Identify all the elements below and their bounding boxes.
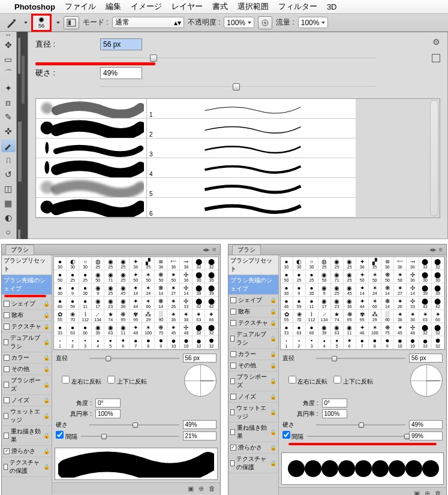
swatch[interactable]: ●25 <box>293 270 306 283</box>
swatch[interactable]: ✢33 <box>180 297 193 310</box>
swatch[interactable]: ⟋134 <box>92 310 104 323</box>
swatch[interactable]: ●30 <box>79 283 92 297</box>
swatch[interactable]: ●5 <box>331 336 344 349</box>
blur-tool[interactable]: ◐ <box>1 211 16 224</box>
swatch[interactable]: ⬤32 <box>419 323 432 336</box>
diameter-input[interactable] <box>409 354 443 363</box>
swatch[interactable]: ●50 <box>54 270 67 283</box>
swatch[interactable]: ⬤30 <box>432 270 444 283</box>
swatch[interactable]: ≋36 <box>155 257 167 270</box>
swatch[interactable]: ◍25 <box>318 257 331 270</box>
side-item-10[interactable]: ✓滑らかさ🔒 <box>2 446 52 457</box>
swatch[interactable]: ●1 <box>281 336 293 349</box>
swatch[interactable]: ○30 <box>306 257 318 270</box>
new-icon[interactable]: ⊕ <box>425 490 430 495</box>
trash-icon[interactable]: 🗑 <box>435 490 441 495</box>
preview-toggle-icon[interactable]: ▣ <box>188 485 194 493</box>
swatch[interactable]: ⬤42 <box>419 297 432 310</box>
hardness-slider[interactable] <box>100 83 376 91</box>
swatch[interactable]: ✶50 <box>369 270 381 283</box>
swatch[interactable]: ░90 <box>155 310 167 323</box>
swatch[interactable]: ●32 <box>193 336 205 349</box>
spacing-checkbox[interactable]: 間隔 <box>282 431 304 441</box>
hardness-input[interactable] <box>409 420 443 429</box>
angle-input[interactable] <box>322 399 347 408</box>
swatch[interactable]: ◉45 <box>344 283 356 297</box>
brush-preset-caret[interactable] <box>56 22 60 24</box>
swatch[interactable]: ◉17 <box>318 297 331 310</box>
diameter-slider[interactable] <box>316 355 406 361</box>
eraser-tool[interactable]: ◫ <box>1 182 16 195</box>
swatch[interactable]: ✦44 <box>356 297 369 310</box>
swatch[interactable]: ✦14 <box>356 283 369 297</box>
side-item-4[interactable]: カラー🔒 <box>2 352 52 364</box>
swatch[interactable]: ◉50 <box>318 270 331 283</box>
swatch[interactable]: ●4 <box>318 336 331 349</box>
brush-stroke-list[interactable]: 1 2 3 4 5 6 <box>35 98 440 218</box>
swatch[interactable]: ●9 <box>155 336 167 349</box>
swatch[interactable]: ◉50 <box>92 270 104 283</box>
swatch[interactable]: ⁕27 <box>167 283 180 297</box>
swatch[interactable]: ●10 <box>407 336 419 349</box>
swatch[interactable]: ◉25 <box>104 257 117 270</box>
swatch[interactable]: ●46 <box>281 297 293 310</box>
dodge-tool[interactable]: ○ <box>1 225 16 239</box>
swatch[interactable]: ⬤30 <box>193 270 205 283</box>
swatch[interactable]: ○30 <box>79 257 92 270</box>
swatch[interactable]: ●59 <box>293 297 306 310</box>
menu-app[interactable]: Photoshop <box>14 2 55 11</box>
swatch[interactable]: ⬤32 <box>432 257 444 270</box>
swatch[interactable]: ●9 <box>67 283 79 297</box>
angle-widget[interactable] <box>184 364 217 397</box>
swatch[interactable]: ●9 <box>381 336 394 349</box>
swatch[interactable]: ●5 <box>104 336 117 349</box>
crop-tool[interactable]: ⧈ <box>1 96 16 109</box>
swatch[interactable]: ⁕63 <box>419 310 432 323</box>
swatch-grid[interactable]: ●30◐30○30◍25◉25◉25✦36▞25≋36⬳36⤞36⬤32⬤32●… <box>280 256 446 350</box>
swatch[interactable]: ◉71 <box>104 270 117 283</box>
swatch[interactable]: ◉17 <box>92 297 104 310</box>
flipy-checkbox[interactable]: 上下に反転 <box>333 376 373 386</box>
swatch[interactable]: ✦50 <box>356 270 369 283</box>
menu-3d[interactable]: 3D <box>327 2 337 11</box>
swatch[interactable]: ●10 <box>167 336 180 349</box>
shape-tab[interactable]: ブラシ先端のシェイプ <box>228 275 278 295</box>
hardness-input[interactable] <box>183 420 217 429</box>
eyedropper-tool[interactable]: ✎ <box>1 110 16 123</box>
swatch[interactable]: ◉11 <box>344 323 356 336</box>
scrollbar[interactable] <box>430 100 438 216</box>
swatch[interactable]: ⁂29 <box>369 310 381 323</box>
side-item-10[interactable]: ✓滑らかさ🔒 <box>228 442 278 454</box>
brush-panel-toggle[interactable] <box>64 16 79 29</box>
flipx-checkbox[interactable]: 左右に反転 <box>288 376 328 386</box>
swatch[interactable]: ◍25 <box>92 257 104 270</box>
swatch[interactable]: ⤞36 <box>180 257 193 270</box>
swatch[interactable]: ❋50 <box>155 270 167 283</box>
side-item-1[interactable]: 散布🔒 <box>228 306 278 318</box>
move-tool[interactable]: ✥ <box>1 38 16 52</box>
swatch[interactable]: ✶60 <box>142 297 155 310</box>
swatch[interactable]: ◐30 <box>67 257 79 270</box>
swatch[interactable]: ◉25 <box>331 257 344 270</box>
side-item-11[interactable]: テクスチャの保護🔒 <box>228 454 278 473</box>
swatch[interactable]: ✢14 <box>407 283 419 297</box>
swatch[interactable]: ◐30 <box>293 257 306 270</box>
swatch[interactable]: ●4 <box>92 336 104 349</box>
swatch[interactable]: ⁂29 <box>142 310 155 323</box>
panel-tab[interactable]: ブラシ <box>232 245 261 255</box>
swatch[interactable]: ⬳36 <box>394 257 407 270</box>
menu-select[interactable]: 選択範囲 <box>237 1 269 12</box>
side-item-0[interactable]: シェイプ🔒 <box>228 295 278 306</box>
collapse-icon[interactable]: ◂▸ <box>203 246 210 253</box>
swatch[interactable]: ⁕45 <box>394 323 407 336</box>
swatch[interactable]: ●2 <box>293 336 306 349</box>
preset-button[interactable]: ブラシプリセット <box>228 255 278 275</box>
swatch[interactable]: ❀70 <box>293 310 306 323</box>
swatch[interactable]: ◉11 <box>117 323 130 336</box>
menu-edit[interactable]: 編集 <box>106 1 121 12</box>
menu-filter[interactable]: フィルター <box>278 1 317 12</box>
menu-file[interactable]: ファイル <box>65 1 96 12</box>
swatch[interactable]: ✢36 <box>407 270 419 283</box>
swatch[interactable]: ●30 <box>306 283 318 297</box>
flipx-checkbox[interactable]: 左右に反転 <box>62 376 101 386</box>
